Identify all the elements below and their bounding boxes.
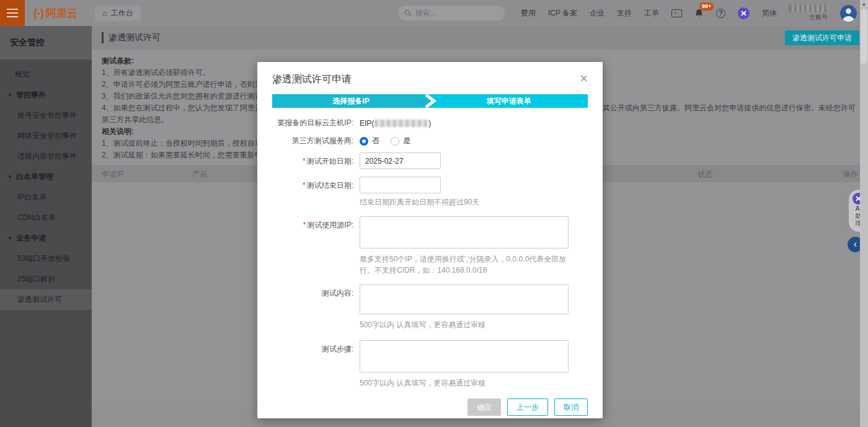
required-mark: * [303,181,306,190]
pentest-apply-modal: 渗透测试许可申请 × 选择报备IP 填写申请表单 要报备的目标云主机IP: EI… [257,62,603,418]
required-mark: * [303,157,306,165]
vendor-label: 第三方测试服务商: [272,136,353,146]
page-title: 渗透测试许可 [102,32,161,43]
sidebar-item-port25-unblock[interactable]: 25端口解封 [0,269,92,289]
sidebar-group-business-apply[interactable]: ▼ 业务申请 [0,228,92,249]
eip-prefix: EIP( [360,119,374,128]
avatar[interactable] [840,5,857,22]
menu-enterprise[interactable]: 企业 [590,8,604,19]
sidebar-item-violation-content-events[interactable]: 违规内容管控事件 [0,146,92,167]
target-ip-value: EIP( ) [360,118,431,128]
confirm-button[interactable]: 确定 [467,398,501,416]
question-icon: ? [716,9,725,18]
test-steps-label: 测试步骤: [272,340,353,389]
menu-billing[interactable]: 费用 [521,8,536,19]
radio-yes[interactable] [391,137,399,146]
logo-bracket: (-) [33,6,43,20]
console-shell-button[interactable]: >_ [671,9,682,17]
end-date-input[interactable] [360,177,441,193]
page-header: 渗透测试许可 渗透测试许可申请 [92,26,868,50]
sidebar: 安全管控 概览 ▼ 管控事件 账号安全管控事件 网络安全管控事件 违规内容管控事… [0,26,92,427]
source-ip-label: 测试使用源IP: [307,221,353,229]
sidebar-group-control-events[interactable]: ▼ 管控事件 [0,85,92,105]
test-steps-textarea[interactable] [360,340,569,372]
sidebar-group-label: 管控事件 [16,90,46,100]
end-date-hint: 结束日期距离开始日期不得超过90天 [360,196,570,208]
column-header-product: 产品 [192,169,207,180]
sidebar-item-pentest-license[interactable]: 渗透测试许可 [0,289,92,310]
source-ip-hint: 最多支持50个IP，请使用换行或','分隔录入，0.0.0.0代表全部放行。不支… [360,253,570,276]
radio-no-label[interactable]: 否 [372,136,379,146]
eip-suffix: ) [428,119,431,128]
column-header-status: 状态 [698,169,712,180]
account-type-label: 主账号 [809,13,828,22]
caret-down-icon: ▼ [7,174,12,180]
compass-icon [738,7,750,19]
sidebar-item-cdn-whitelist[interactable]: CDN白名单 [0,208,92,228]
scrollbar-thumb[interactable] [861,9,867,64]
sidebar-item-overview[interactable]: 概览 [0,64,92,85]
target-ip-label: 要报备的目标云主机IP: [272,118,353,128]
account-name-redacted [789,5,828,12]
previous-step-button[interactable]: 上一步 [507,398,548,416]
end-date-label: 测试结束日期: [307,181,353,190]
required-mark: * [303,221,306,229]
sidebar-item-network-security-events[interactable]: 网络安全管控事件 [0,126,92,146]
logo-text: 阿里云 [46,6,78,20]
step-select-ip: 选择报备IP [272,94,430,108]
chevron-left-icon: ‹ [854,239,857,249]
radio-no-selected[interactable] [360,137,368,146]
radio-yes-label[interactable]: 是 [403,136,410,146]
home-icon: ⌂ [102,9,107,18]
test-content-textarea[interactable] [360,284,569,314]
aliyun-logo[interactable]: (-) 阿里云 [33,6,78,20]
sidebar-group-whitelist[interactable]: ▼ 白名单管理 [0,167,92,187]
account-info[interactable]: 主账号 [789,5,828,22]
terms-line-right: 其公开或向第三方披露。阿里云会对您申请提供的信息进行保密。未经您许可，阿里云不会… [603,102,858,114]
sidebar-item-port53-check[interactable]: 53端口开放校验 [0,249,92,269]
sidebar-item-account-security-events[interactable]: 账号安全管控事件 [0,105,92,126]
search-input[interactable] [415,9,490,17]
global-search[interactable] [398,6,505,20]
hamburger-menu-icon[interactable] [0,0,25,26]
notification-badge: 99+ [699,2,714,11]
search-icon [404,9,412,17]
workspace-label: 工作台 [111,8,133,19]
sidebar-item-ip-whitelist[interactable]: IP白名单 [0,187,92,208]
top-navbar: (-) 阿里云 ⌂ 工作台 费用 ICP 备案 企业 支持 工单 >_ 99+ … [0,0,868,26]
close-icon[interactable]: × [580,73,588,84]
test-steps-hint: 500字以内 认真填写，更容易通过审核 [360,377,570,389]
app-launcher-button[interactable] [738,7,750,19]
modal-title: 渗透测试许可申请 [272,73,352,86]
sidebar-group-label: 白名单管理 [16,172,53,182]
pentest-apply-button[interactable]: 渗透测试许可申请 [785,30,859,45]
workspace-tab[interactable]: ⌂ 工作台 [95,6,141,21]
terminal-icon: >_ [671,9,682,17]
menu-support[interactable]: 支持 [617,8,632,19]
step-arrow-icon [422,94,438,108]
column-header-apply-ip: 申请IP [102,169,123,180]
language-switch[interactable]: 简体 [762,8,777,19]
sidebar-title: 安全管控 [0,26,92,59]
step-fill-form: 填写申请表单 [430,94,588,108]
start-date-input[interactable] [360,152,441,169]
notifications-button[interactable]: 99+ [694,8,704,18]
menu-icp[interactable]: ICP 备案 [548,8,577,19]
test-content-label: 测试内容: [272,284,353,330]
column-header-action: 操作 [843,169,858,180]
test-content-hint: 500字以内 认真填写，更容易通过审核 [360,319,570,330]
eip-value-redacted [374,120,428,127]
start-date-label: 测试开始日期: [307,157,353,165]
step-indicator: 选择报备IP 填写申请表单 [272,94,588,108]
cancel-button[interactable]: 取消 [554,398,588,416]
page-scrollbar[interactable]: ▲ [860,0,868,427]
caret-down-icon: ▼ [7,236,12,241]
sidebar-group-label: 业务申请 [16,233,46,244]
help-button[interactable]: ? [716,9,725,18]
scrollbar-up-icon[interactable]: ▲ [860,0,868,9]
menu-tickets[interactable]: 工单 [644,8,659,19]
source-ip-textarea[interactable] [360,216,569,249]
caret-down-icon: ▼ [7,92,12,98]
